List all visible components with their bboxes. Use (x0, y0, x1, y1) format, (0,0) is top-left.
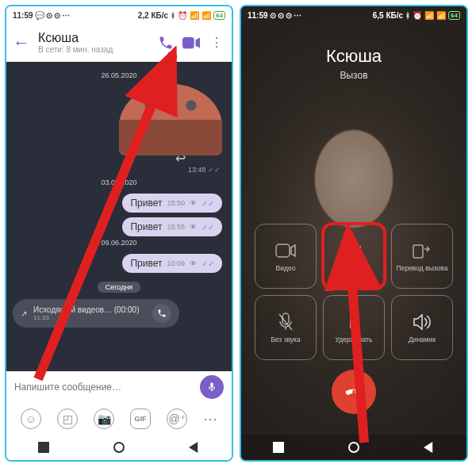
call-status: Вызов (340, 70, 367, 81)
call-out-icon: ↗ (21, 309, 27, 318)
bubble-icon: ⊙ (278, 11, 284, 20)
more-button[interactable]: ⋯ (203, 410, 217, 428)
alarm-icon: ⏰ (178, 11, 187, 20)
today-divider: Сегодня (98, 282, 141, 293)
callback-button[interactable] (152, 304, 171, 323)
transfer-icon (412, 240, 432, 261)
status-time: 11:59 (248, 11, 268, 20)
svg-rect-2 (276, 244, 290, 257)
call-controls-grid: Видео Добавить участника Перевод вызова … (255, 224, 453, 360)
mention-button[interactable]: @⁺ (167, 409, 187, 429)
net-speed: 6,5 КБ/с (373, 11, 403, 20)
svg-rect-0 (182, 36, 194, 48)
bubble-icon: ⊙ (270, 11, 276, 20)
pause-icon (344, 312, 364, 332)
signal-icon: 📶 (424, 11, 434, 20)
contact-name[interactable]: Ксюша (38, 31, 149, 45)
mic-off-icon (275, 312, 296, 332)
signal-icon: 📶 (190, 11, 199, 20)
speaker-button[interactable]: Динамик (391, 295, 453, 360)
sticker-message[interactable] (119, 84, 222, 155)
bubble-icon: ⊙ (46, 11, 52, 20)
date-divider: 03.06.2020 (13, 178, 225, 186)
dots-icon: ⋯ (294, 11, 301, 20)
chat-header: ← Ксюша В сети: 8 мин. назад ⋮ (6, 24, 232, 62)
gallery-button[interactable]: ◰ (57, 409, 78, 429)
bluetooth-icon: ᚼ (405, 11, 410, 20)
message-out[interactable]: Привет15:50👁✓✓ (122, 194, 222, 213)
status-time: 11:59 (13, 11, 33, 20)
date-divider: 26.05.2020 (13, 71, 225, 79)
call-log-message[interactable]: ↗ Исходящий видеов… (00:00) 11:33 (13, 299, 179, 328)
add-participant-button[interactable]: Добавить участника (323, 224, 385, 289)
svg-rect-5 (413, 245, 423, 258)
voice-call-button[interactable] (157, 34, 175, 52)
mute-button[interactable]: Без звука (255, 295, 317, 360)
phone-chat-screen: 11:59 💬 ⊙ ⊙ ⋯ 2,2 КБ/с ᚼ ⏰ 📶 📶 64 ← Ксюш… (5, 5, 233, 462)
alarm-icon: ⏰ (413, 11, 422, 20)
speaker-icon (412, 312, 432, 332)
battery-icon: 64 (448, 11, 460, 20)
phone-call-screen: 11:59 ⊙ ⊙ ⊙ ⋯ 6,5 КБ/с ᚼ ⏰ 📶 📶 64 Ксюша … (240, 5, 468, 462)
wifi-icon: 📶 (436, 11, 446, 20)
eye-icon: 👁 (190, 259, 197, 267)
back-button[interactable]: ← (13, 33, 30, 53)
status-bar: 11:59 💬 ⊙ ⊙ ⋯ 2,2 КБ/с ᚼ ⏰ 📶 📶 64 (6, 6, 232, 24)
last-seen: В сети: 8 мин. назад (38, 45, 149, 54)
eye-icon: 👁 (190, 223, 197, 231)
battery-icon: 64 (213, 11, 225, 20)
msg-icon: 💬 (35, 11, 44, 20)
home-button[interactable] (113, 442, 125, 453)
bubble-icon: ⊙ (54, 11, 60, 20)
dots-icon: ⋯ (62, 11, 70, 20)
mic-button[interactable] (200, 375, 224, 399)
chat-body[interactable]: 26.05.2020 ↩ 13:48 ✓✓ 03.06.2020 Привет1… (6, 62, 232, 371)
gif-button[interactable]: GIF (130, 409, 151, 429)
camera-button[interactable]: 📷 (94, 409, 114, 429)
transfer-call-button[interactable]: Перевод вызова (391, 224, 453, 289)
sticker-picker-button[interactable]: ☺ (21, 409, 41, 429)
input-bar (6, 371, 232, 403)
status-bar: 11:59 ⊙ ⊙ ⊙ ⋯ 6,5 КБ/с ᚼ ⏰ 📶 📶 64 (241, 6, 466, 24)
net-speed: 2,2 КБ/с (138, 11, 168, 20)
message-out[interactable]: Привет15:55👁✓✓ (122, 217, 222, 236)
message-input[interactable] (14, 382, 192, 393)
hold-button[interactable]: Удерживать (323, 295, 385, 360)
android-nav-bar (6, 435, 232, 460)
video-call-button[interactable] (182, 34, 200, 52)
call-contact-name: Ксюша (326, 46, 382, 67)
hangup-button[interactable] (332, 370, 376, 414)
bluetooth-icon: ᚼ (171, 11, 175, 20)
recents-button[interactable] (38, 442, 49, 453)
eye-icon: 👁 (190, 199, 197, 207)
bubble-icon: ⊙ (286, 11, 292, 20)
video-button[interactable]: Видео (255, 224, 317, 289)
date-divider: 09.06.2020 (13, 239, 225, 247)
wifi-icon: 📶 (202, 11, 211, 20)
menu-button[interactable]: ⋮ (208, 34, 225, 52)
tool-bar: ☺ ◰ 📷 GIF @⁺ ⋯ (6, 403, 232, 435)
back-nav-button[interactable] (189, 442, 200, 453)
plus-icon (344, 236, 364, 257)
message-out[interactable]: Привет10:09👁✓✓ (122, 254, 222, 273)
video-icon (275, 240, 296, 261)
